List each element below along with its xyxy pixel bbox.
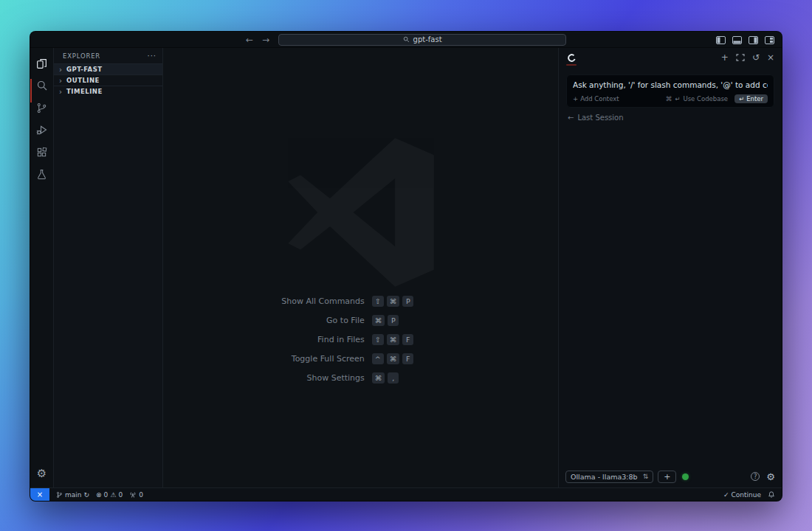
command-center-search[interactable]: gpt-fast	[278, 34, 566, 46]
panel-bottom-bar: Ollama - llama3:8b ⇅ + ? ⚙	[559, 465, 782, 487]
keycap: ⌘	[387, 353, 400, 364]
keycap: ⌘	[387, 334, 400, 345]
model-status-icon	[682, 473, 689, 480]
git-branch-icon	[56, 491, 63, 499]
search-value: gpt-fast	[413, 35, 442, 44]
close-panel-icon[interactable]: ×	[767, 53, 774, 62]
search-icon	[403, 36, 410, 43]
warning-count: 0	[118, 491, 123, 499]
question-icon: ?	[754, 473, 757, 480]
remote-indicator[interactable]: ×	[30, 488, 49, 501]
section-label: GPT-FAST	[66, 66, 103, 73]
keycap: F	[402, 353, 413, 364]
shortcut-label: Toggle Full Screen	[281, 354, 365, 364]
use-codebase-label[interactable]: Use Codebase	[683, 95, 728, 103]
explorer-section-timeline[interactable]: › TIMELINE	[54, 86, 162, 97]
keycap: P	[388, 315, 399, 326]
sidebar-item-explorer[interactable]	[32, 52, 52, 74]
add-context-button[interactable]: +Add Context	[573, 95, 619, 103]
enter-label: Enter	[746, 95, 763, 103]
branch-name: main	[65, 491, 82, 499]
model-name: Ollama - llama3:8b	[571, 473, 638, 481]
files-icon	[35, 58, 48, 70]
sidebar-item-source-control[interactable]	[32, 97, 52, 119]
keycap: ⇧	[372, 296, 384, 307]
back-arrow-icon: ←	[568, 114, 574, 122]
vscode-window: ← → gpt-fast	[30, 31, 782, 502]
toggle-left-sidebar-icon[interactable]	[716, 36, 726, 44]
panel-settings-button[interactable]: ⚙	[766, 471, 775, 482]
return-icon: ↵	[739, 95, 744, 103]
activity-bar: ⚙	[30, 48, 54, 487]
problems-indicator[interactable]: ⊗ 0 ⚠ 0	[96, 491, 123, 499]
forward-icon[interactable]: →	[262, 35, 269, 44]
plus-icon: +	[573, 95, 578, 103]
last-session-link[interactable]: ← Last Session	[568, 114, 773, 122]
section-label: TIMELINE	[66, 88, 103, 95]
branch-indicator[interactable]: main ↻	[56, 491, 89, 499]
back-icon[interactable]: ←	[246, 35, 253, 44]
continue-status-item[interactable]: ✓ Continue	[723, 491, 761, 499]
keycap: F	[402, 334, 413, 345]
beaker-icon	[36, 169, 47, 180]
check-icon: ✓	[723, 491, 729, 499]
ports-count: 0	[139, 491, 143, 499]
extensions-icon	[36, 147, 47, 158]
new-session-icon[interactable]: +	[721, 53, 729, 62]
fullscreen-icon[interactable]	[736, 54, 745, 61]
explorer-section-outline[interactable]: › OUTLINE	[54, 74, 162, 86]
search-icon	[36, 80, 48, 91]
active-item-indicator	[30, 79, 32, 103]
status-bar: × main ↻ ⊗ 0 ⚠ 0 0 ✓ Continue	[30, 487, 782, 501]
customize-layout-icon[interactable]	[765, 36, 774, 44]
explorer-more-actions-icon[interactable]: ···	[147, 52, 156, 60]
continue-status-label: Continue	[732, 491, 761, 499]
title-bar: ← → gpt-fast	[30, 32, 782, 48]
continue-chat-panel: + ↺ × Ask anything, '/' for slash comman…	[558, 48, 782, 487]
git-branch-icon	[36, 103, 47, 114]
keycap: ⌘	[372, 372, 385, 384]
panel-header: + ↺ ×	[559, 48, 782, 67]
model-selector[interactable]: Ollama - llama3:8b ⇅	[565, 471, 653, 483]
shortcut-label: Go to File	[281, 316, 365, 325]
sidebar-item-search[interactable]	[32, 74, 52, 97]
sidebar-item-extensions[interactable]	[32, 141, 52, 163]
remote-icon: ×	[37, 490, 43, 499]
cmd-key-icon: ⌘	[666, 95, 672, 103]
sidebar-title: EXPLORER	[63, 52, 100, 60]
logo-underline	[566, 64, 577, 66]
keycap: ⌘	[372, 315, 385, 326]
radio-tower-icon	[129, 491, 137, 499]
last-session-label: Last Session	[577, 114, 623, 122]
manage-gear-icon[interactable]: ⚙	[32, 462, 52, 485]
continue-logo	[566, 53, 577, 66]
gear-glyph: ⚙	[37, 467, 47, 480]
ports-indicator[interactable]: 0	[129, 491, 143, 499]
sidebar-item-run-debug[interactable]	[32, 119, 52, 141]
explorer-section-gpt-fast[interactable]: › GPT-FAST	[54, 63, 162, 74]
enter-key-icon: ↵	[675, 95, 680, 103]
keycap: ,	[388, 372, 399, 384]
notifications-bell-icon[interactable]	[768, 490, 775, 499]
shortcut-label: Show All Commands	[281, 296, 365, 306]
chevron-right-icon: ›	[57, 88, 64, 96]
chat-input-placeholder: Ask anything, '/' for slash commands, '@…	[573, 80, 768, 89]
gear-icon: ⚙	[766, 471, 775, 482]
shortcut-label: Find in Files	[281, 335, 365, 344]
editor-area: Show All Commands ⇧⌘P Go to File ⌘P Find…	[163, 48, 558, 487]
toggle-right-sidebar-icon[interactable]	[749, 36, 758, 44]
keycap: ^	[372, 353, 384, 364]
sidebar-item-testing[interactable]	[32, 163, 52, 185]
continue-logo-icon	[567, 53, 577, 63]
warning-icon: ⚠	[110, 491, 116, 499]
chat-input-box[interactable]: Ask anything, '/' for slash commands, '@…	[566, 74, 774, 108]
toggle-bottom-panel-icon[interactable]	[732, 36, 742, 44]
error-icon: ⊗	[96, 491, 102, 499]
shortcut-label: Show Settings	[281, 373, 365, 383]
explorer-sidebar: EXPLORER ··· › GPT-FAST › OUTLINE › TIME…	[54, 48, 163, 487]
history-icon[interactable]: ↺	[752, 53, 760, 62]
help-button[interactable]: ?	[751, 472, 760, 481]
stepper-icon: ⇅	[643, 473, 649, 480]
add-model-button[interactable]: +	[658, 471, 676, 483]
enter-button[interactable]: ↵Enter	[734, 94, 768, 103]
